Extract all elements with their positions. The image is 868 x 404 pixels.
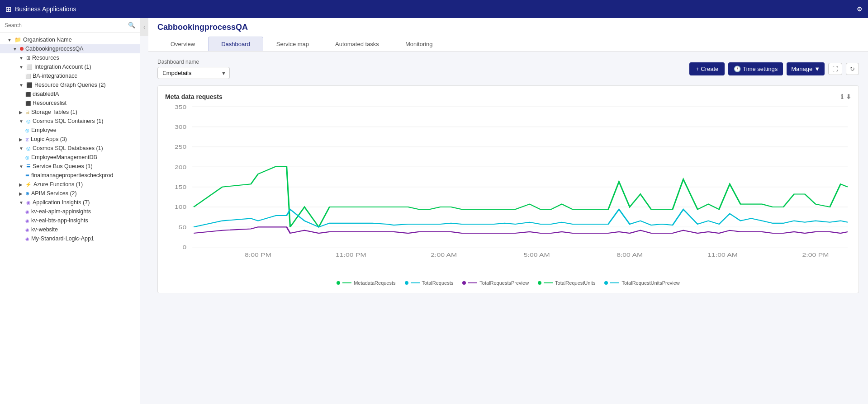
sidebar-item-kv-eai-apim[interactable]: ◉ kv-eai-apim-appinsights: [0, 207, 140, 216]
legend-item-total-request-units: TotalRequestUnits: [538, 280, 595, 286]
caret-icon: ▼: [19, 146, 24, 151]
sidebar-item-employee[interactable]: ◎ Employee: [0, 126, 140, 135]
legend-label-total-units: TotalRequestUnits: [555, 280, 595, 286]
appinsights-leaf-icon4: ◉: [25, 236, 29, 241]
sidebar-item-cosmos-databases[interactable]: ▼ ◎ Cosmos SQL Databases (1): [0, 144, 140, 153]
sidebar-item-storage-tables[interactable]: ▶ ⊟ Storage Tables (1): [0, 108, 140, 117]
time-settings-button[interactable]: 🕐 Time settings: [728, 62, 783, 75]
legend-label-total-units-preview: TotalRequestUnitsPreview: [621, 280, 679, 286]
search-input[interactable]: [5, 22, 125, 28]
chart-title: Meta data requests ℹ ⬇: [165, 93, 851, 100]
create-button[interactable]: + Create: [689, 62, 725, 75]
dashboard-select[interactable]: Empdetails: [157, 67, 230, 79]
appinsights-leaf-icon1: ◉: [25, 209, 29, 214]
legend-item-total-requests-preview: TotalRequestsPreview: [462, 280, 529, 286]
caret-icon: ▼: [19, 119, 24, 124]
resources-icon: ⊞: [26, 55, 30, 61]
legend-line-total-units: [544, 282, 553, 283]
manage-button[interactable]: Manage ▼: [787, 62, 825, 75]
fullscreen-button[interactable]: ⛶: [828, 63, 842, 75]
sidebar-item-azure-functions[interactable]: ▶ ⚡ Azure Functions (1): [0, 180, 140, 189]
info-icon[interactable]: ℹ: [841, 93, 843, 100]
sidebar-item-appinsights[interactable]: ▼ ◉ Application Insights (7): [0, 198, 140, 207]
legend-item-total-requests: TotalRequests: [405, 280, 454, 286]
tab-monitoring[interactable]: Monitoring: [392, 37, 446, 51]
sidebar-item-cabbookingqa[interactable]: ▼ CabbookingprocessQA: [0, 44, 140, 53]
caret-icon: ▼: [19, 164, 24, 169]
sidebar-item-ba-integrationacc[interactable]: ⬜ BA-integrationacc: [0, 71, 140, 80]
chart-container: 350 300 250 200 150 100 50 0: [165, 104, 851, 276]
legend-label-metadata: MetadataRequests: [354, 280, 395, 286]
tab-automated-tasks[interactable]: Automated tasks: [322, 37, 392, 51]
appinsights-label: Application Insights (7): [33, 199, 90, 206]
sidebar-item-integration-account[interactable]: ▼ ⬜ Integration Account (1): [0, 62, 140, 71]
sidebar-item-resources[interactable]: ▼ ⊞ Resources: [0, 53, 140, 62]
cosmos-databases-label: Cosmos SQL Databases (1): [33, 145, 103, 151]
caret-icon: ▶: [19, 182, 23, 187]
apim-icon: ⊕: [25, 191, 29, 197]
main-layout: 🔍 ▼ 📁 Organisation Name ▼ Cabbookingproc…: [0, 18, 868, 404]
sidebar-item-apim[interactable]: ▶ ⊕ APIM Services (2): [0, 189, 140, 198]
caret-icon: ▼: [19, 65, 24, 70]
kv-website-label: kv-website: [31, 226, 58, 233]
caret-icon: ▶: [19, 137, 23, 142]
svg-text:8:00 AM: 8:00 AM: [617, 252, 643, 258]
caret-icon: ▶: [19, 191, 23, 196]
page-title: CabbookingprocessQA: [157, 23, 859, 32]
azure-functions-label: Azure Functions (1): [33, 181, 83, 188]
sidebar-item-finalmanage[interactable]: ☰ finalmanagepropertiescheckprod: [0, 171, 140, 180]
svg-text:5:00 AM: 5:00 AM: [524, 252, 550, 258]
storage-icon: ⊟: [25, 109, 29, 115]
status-dot-red: [20, 47, 24, 51]
sidebar-item-servicebus[interactable]: ▼ ☰ Service Bus Queues (1): [0, 162, 140, 171]
sidebar-item-resource-graph[interactable]: ▼ ⬛ Resource Graph Queries (2): [0, 80, 140, 89]
caret-icon: ▼: [19, 56, 24, 61]
svg-text:0: 0: [183, 244, 187, 250]
chart-actions: ℹ ⬇: [841, 93, 851, 100]
sidebar-item-my-standard-logic[interactable]: ◉ My-Standard-Logic-App1: [0, 234, 140, 243]
sidebar-item-resourceslist[interactable]: ⬛ Resourceslist: [0, 99, 140, 108]
top-bar: ⊞ Business Applications ⚙: [0, 0, 868, 18]
settings-icon[interactable]: ⚙: [857, 5, 863, 13]
sidebar-item-cosmos-containers[interactable]: ▼ ◎ Cosmos SQL Containers (1): [0, 117, 140, 126]
caret-icon: ▼: [19, 83, 24, 88]
download-icon[interactable]: ⬇: [846, 93, 851, 100]
my-standard-logic-label: My-Standard-Logic-App1: [31, 235, 94, 242]
sidebar-item-org[interactable]: ▼ 📁 Organisation Name: [0, 35, 140, 44]
servicebus-label: Service Bus Queues (1): [33, 163, 93, 169]
legend-label-total-req: TotalRequests: [422, 280, 454, 286]
sidebar-item-kv-website[interactable]: ◉ kv-website: [0, 225, 140, 234]
dashboard-select-wrapper: Empdetails ▼: [157, 67, 230, 79]
refresh-button[interactable]: ↻: [846, 63, 859, 75]
servicebus-icon: ☰: [26, 164, 31, 169]
cosmos-db-leaf-icon: ◎: [25, 155, 29, 160]
chart-legend: MetadataRequests TotalRequests TotalRequ…: [165, 280, 851, 286]
sidebar-item-logic-apps[interactable]: ▶ ⧖ Logic Apps (3): [0, 135, 140, 144]
caret-icon: ▶: [19, 110, 23, 115]
servicebus-leaf-icon: ☰: [25, 173, 29, 178]
caret-icon: ▼: [13, 47, 17, 52]
graph-leaf-icon: ⬛: [25, 92, 31, 97]
sidebar-item-disabledIA[interactable]: ⬛ disabledIA: [0, 89, 140, 99]
tab-overview[interactable]: Overview: [157, 37, 208, 51]
chevron-manage-icon: ▼: [814, 66, 820, 72]
dashboard-toolbar: Dashboard name Empdetails ▼ + Create 🕐 T…: [157, 59, 859, 79]
appinsights-leaf-icon3: ◉: [25, 227, 29, 232]
sidebar-search-bar: 🔍: [0, 18, 140, 33]
search-icon: 🔍: [128, 22, 135, 28]
tab-dashboard[interactable]: Dashboard: [208, 37, 263, 51]
azurefn-icon: ⚡: [25, 182, 32, 188]
disabledIA-label: disabledIA: [33, 91, 59, 97]
integration-icon: ⬜: [26, 64, 33, 70]
resource-graph-label: Resource Graph Queries (2): [34, 82, 106, 88]
legend-dot-total-units: [538, 281, 541, 285]
appinsights-icon: ◉: [26, 200, 31, 206]
clock-icon: 🕐: [734, 66, 741, 72]
cosmos-icon: ◎: [26, 118, 31, 124]
sidebar-item-employeemanagementdb[interactable]: ◎ EmployeeManagementDB: [0, 153, 140, 162]
sidebar-collapse-button[interactable]: ‹: [140, 18, 148, 36]
tab-service-map[interactable]: Service map: [263, 37, 322, 51]
sidebar-item-kv-eai-bts[interactable]: ◉ kv-eai-bts-app-insights: [0, 216, 140, 225]
svg-text:250: 250: [175, 145, 186, 150]
kv-eai-apim-label: kv-eai-apim-appinsights: [31, 208, 91, 215]
